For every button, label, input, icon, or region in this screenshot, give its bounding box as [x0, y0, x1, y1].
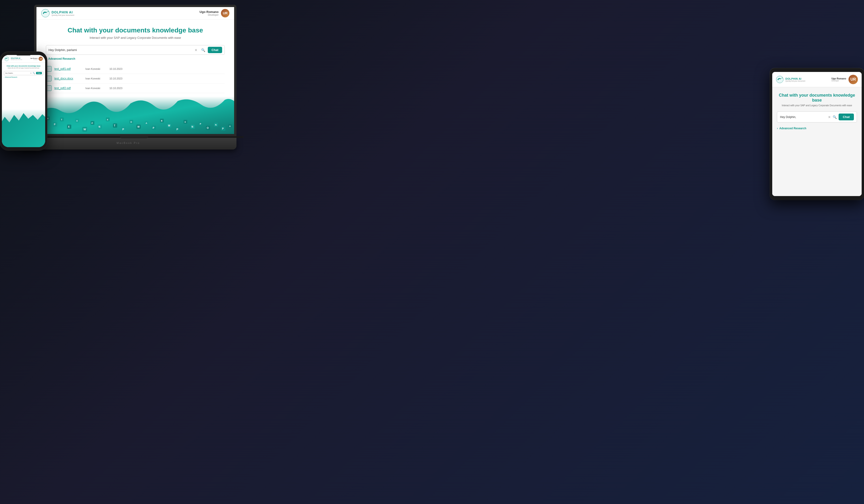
- svg-text:A: A: [76, 120, 78, 122]
- phone-logo-text: DOLPHIN AI Quickly find your document: [11, 57, 22, 60]
- phone-logo-area: DOLPHIN AI Quickly find your document: [4, 57, 22, 61]
- laptop-device: DOLPHIN AI Quickly find your document Ug…: [34, 5, 241, 149]
- tablet-app: DOLPHIN AI Quickly find your document Ug…: [772, 72, 862, 196]
- svg-text:A: A: [146, 122, 147, 124]
- phone-clear-icon[interactable]: ✕: [30, 72, 32, 74]
- phone-search-bar: Hey Dolphin, ✕ 🔍 Chat: [4, 71, 43, 75]
- phone-header: DOLPHIN AI Quickly find your document Ug…: [2, 55, 45, 63]
- tablet-hero-title: Chat with your documents knowledge base: [777, 93, 857, 103]
- phone-search-value: Hey Dolphin,: [5, 72, 29, 74]
- tablet-dolphin-icon: [776, 76, 783, 83]
- svg-point-55: [776, 76, 783, 83]
- logo-title: DOLPHIN AI: [51, 10, 74, 14]
- logo-tagline: Quickly find your document: [51, 14, 74, 16]
- phone-hero-subtitle: Interact with your SAP and Legacy Corpor…: [4, 67, 43, 69]
- tablet-header: DOLPHIN AI Quickly find your document Ug…: [772, 72, 862, 87]
- laptop-main-content: Chat with your documents knowledge base …: [36, 20, 234, 96]
- hero-subtitle-laptop: Interact with your SAP and Legacy Corpor…: [46, 36, 225, 39]
- file-author-2: Ivan Koneski: [85, 77, 107, 80]
- tablet-chevron-icon: ›: [777, 127, 778, 130]
- file-author-1: Ivan Koneski: [85, 67, 107, 70]
- tablet-frame: DOLPHIN AI Quickly find your document Ug…: [770, 68, 864, 200]
- search-bar-laptop: Hey Dolphin, parlami ✕ 🔍 Chat: [46, 45, 225, 55]
- svg-text:W: W: [137, 125, 140, 128]
- svg-text:A: A: [229, 125, 231, 127]
- svg-text:X: X: [68, 125, 70, 128]
- table-row: 📄 test_docx.docx Ivan Koneski 10.10.2023: [46, 74, 225, 84]
- laptop-brand-label: MacBook Pro: [117, 142, 140, 144]
- avatar-initials: UR: [223, 11, 228, 15]
- tablet-screen: DOLPHIN AI Quickly find your document Ug…: [772, 72, 862, 196]
- tablet-user-area: Ugo Romano Developer UR: [831, 75, 858, 84]
- phone-advanced-research-label: Advanced Research: [5, 76, 17, 78]
- svg-text:X: X: [107, 119, 108, 121]
- file-list-laptop: 📄 test_pdf1.pdf Ivan Koneski 10.10.2023 …: [46, 64, 225, 93]
- user-area: Ugo Romano Developer UR: [200, 9, 229, 17]
- phone-search-icon[interactable]: 🔍: [33, 72, 35, 74]
- svg-text:B: B: [161, 120, 163, 122]
- svg-point-0: [41, 9, 49, 17]
- phone-wave-decoration: [2, 109, 45, 147]
- search-icon-laptop[interactable]: 🔍: [200, 47, 206, 53]
- phone-advanced-research-toggle[interactable]: › Advanced Research: [4, 76, 43, 78]
- file-name-3[interactable]: test_pdf2.pdf: [55, 86, 83, 90]
- table-row: 📄 test_pdf2.pdf Ivan Koneski 10.10.2023: [46, 84, 225, 93]
- tablet-search-value: Hey Dolphin,: [780, 115, 826, 119]
- phone-user-name: Ugo Romano Developer: [31, 58, 38, 60]
- tablet-advanced-research-label: Advanced Research: [779, 127, 806, 130]
- table-row: 📄 test_pdf1.pdf Ivan Koneski 10.10.2023: [46, 64, 225, 74]
- phone-device: DOLPHIN AI Quickly find your document Ug…: [0, 52, 47, 150]
- user-role: Developer: [200, 14, 219, 16]
- tablet-user-role: Developer: [831, 80, 846, 82]
- file-date-3: 10.10.2023: [109, 87, 122, 89]
- phone-wave-inner: [2, 113, 45, 147]
- advanced-research-toggle-laptop[interactable]: › Advanced Research: [46, 57, 225, 60]
- svg-point-54: [4, 57, 9, 61]
- phone-user-role: Developer: [31, 59, 38, 60]
- svg-text:W: W: [168, 124, 170, 127]
- user-name-block: Ugo Romano Developer: [200, 10, 219, 16]
- phone-app: DOLPHIN AI Quickly find your document Ug…: [2, 55, 45, 147]
- tablet-logo-tagline: Quickly find your document: [785, 80, 805, 82]
- clear-search-button-laptop[interactable]: ✕: [194, 48, 199, 52]
- tablet-chat-button[interactable]: Chat: [839, 113, 854, 120]
- tablet-logo-text: DOLPHIN AI Quickly find your document: [785, 77, 805, 82]
- file-name-2[interactable]: test_docx.docx: [55, 77, 83, 80]
- tablet-user-name-block: Ugo Romano Developer: [831, 77, 846, 82]
- svg-text:P: P: [222, 127, 224, 130]
- svg-text:T: T: [114, 124, 115, 127]
- laptop-base: MacBook Pro: [27, 136, 241, 149]
- hero-title-laptop: Chat with your documents knowledge base: [46, 27, 225, 34]
- phone-screen: DOLPHIN AI Quickly find your document Ug…: [2, 55, 45, 147]
- file-icon-pdf2: 📄: [47, 85, 51, 91]
- svg-text:N: N: [215, 124, 217, 126]
- file-name-1[interactable]: test_pdf1.pdf: [55, 67, 83, 71]
- tablet-logo-area: DOLPHIN AI Quickly find your document: [776, 76, 805, 83]
- phone-user-full-name: Ugo Romano: [31, 58, 38, 59]
- svg-text:T: T: [61, 119, 62, 121]
- tablet-user-full-name: Ugo Romano: [831, 77, 846, 80]
- user-full-name: Ugo Romano: [200, 10, 219, 14]
- phone-hero-title: Chat with your documents knowledge base: [4, 65, 43, 67]
- svg-text:P: P: [153, 127, 154, 129]
- tablet-hero-subtitle: Interact with your SAP and Legacy Corpor…: [777, 104, 857, 107]
- phone-user-avatar: UR: [39, 57, 43, 61]
- file-author-3: Ivan Koneski: [85, 87, 107, 89]
- tablet-clear-icon[interactable]: ✕: [828, 115, 831, 119]
- tablet-main-content: Chat with your documents knowledge base …: [772, 87, 862, 196]
- tablet-advanced-research-toggle[interactable]: › Advanced Research: [777, 125, 857, 132]
- svg-text:N: N: [99, 125, 100, 128]
- tablet-search-icon[interactable]: 🔍: [833, 115, 837, 119]
- svg-text:P: P: [122, 128, 124, 131]
- phone-logo-title: DOLPHIN AI: [11, 57, 22, 59]
- svg-point-1: [46, 11, 47, 12]
- laptop-app: DOLPHIN AI Quickly find your document Ug…: [36, 7, 234, 134]
- logo-text: DOLPHIN AI Quickly find your document: [51, 10, 74, 16]
- phone-chevron-icon: ›: [4, 76, 4, 78]
- svg-text:P: P: [177, 128, 178, 131]
- phone-user-area: Ugo Romano Developer UR: [31, 57, 43, 61]
- phone-chat-button[interactable]: Chat: [36, 72, 42, 74]
- chat-button-laptop[interactable]: Chat: [208, 47, 222, 53]
- tablet-search-bar: Hey Dolphin, ✕ 🔍 Chat: [777, 111, 857, 122]
- phone-main-content: Chat with your documents knowledge base …: [2, 63, 45, 109]
